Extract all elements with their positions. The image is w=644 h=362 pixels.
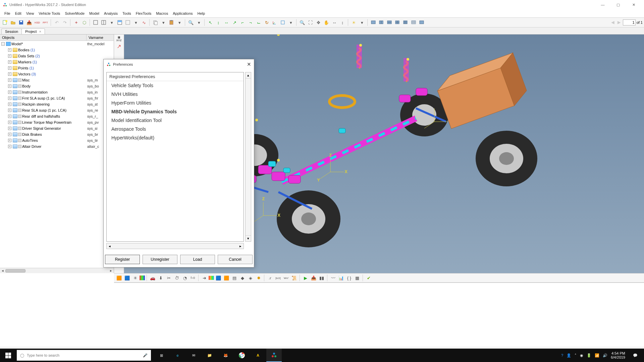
tree-system[interactable]: + Driver Signal Generator sys_si bbox=[0, 125, 114, 131]
volume-icon[interactable]: 🔊 bbox=[603, 353, 607, 358]
minimize-button[interactable]: — bbox=[595, 0, 610, 9]
tree-system[interactable]: + Linear Torque Map Powertrain sys_pv bbox=[0, 119, 114, 125]
menu-vehicle-tools[interactable]: Vehicle Tools bbox=[36, 10, 62, 16]
hscroll-right-icon[interactable]: ▸ bbox=[237, 243, 244, 249]
box-dd-icon[interactable]: ▾ bbox=[287, 19, 294, 26]
tree-collapse-icon[interactable]: − bbox=[1, 42, 5, 46]
tree-expand-icon[interactable]: + bbox=[8, 72, 11, 76]
menu-view[interactable]: View bbox=[24, 10, 37, 16]
tree-hscroll-thumb[interactable] bbox=[5, 269, 25, 273]
corner-2-icon[interactable]: ¬ bbox=[247, 19, 254, 26]
close-button[interactable]: ✕ bbox=[626, 0, 641, 9]
menu-tools[interactable]: Tools bbox=[120, 10, 133, 16]
wifi-icon[interactable]: 📶 bbox=[595, 353, 599, 358]
hyperworks-taskbar-icon[interactable] bbox=[266, 349, 282, 362]
multiwin-7-icon[interactable] bbox=[418, 19, 425, 26]
bm-script-icon[interactable]: 📜 bbox=[290, 274, 298, 282]
visibility-icon[interactable] bbox=[18, 145, 21, 148]
bm-3-icon[interactable]: ✳ bbox=[131, 274, 139, 282]
explorer-icon[interactable]: 📁 bbox=[202, 349, 217, 362]
tab-project[interactable]: Project × bbox=[21, 28, 45, 34]
tree-folder[interactable]: + Vectors (3) bbox=[0, 71, 114, 77]
bm-15-icon[interactable]: ◆ bbox=[239, 274, 246, 282]
menu-macros[interactable]: Macros bbox=[154, 10, 170, 16]
menu-flextools[interactable]: FlexTools bbox=[133, 10, 154, 16]
dialog-hscrollbar[interactable]: ◂ ▸ bbox=[106, 243, 244, 249]
tree-root[interactable]: − Model* the_model bbox=[0, 41, 114, 47]
tray-chevron-icon[interactable]: ˄ bbox=[575, 353, 577, 358]
mic-icon[interactable]: 🎤 bbox=[143, 353, 148, 358]
tree-expand-icon[interactable]: + bbox=[8, 139, 11, 142]
layout-6-icon[interactable]: ▾ bbox=[132, 19, 140, 26]
tree-system[interactable]: + Rear SLA susp (1 pc. LCA) sys_re bbox=[0, 107, 114, 113]
import-icon[interactable]: 📥 bbox=[25, 19, 33, 26]
axis-x-icon[interactable]: ↕ bbox=[215, 19, 222, 26]
dialog-close-icon[interactable]: ✕ bbox=[247, 61, 251, 67]
move-ud-icon[interactable]: ↕ bbox=[339, 19, 346, 26]
location-icon[interactable]: ◉ bbox=[580, 353, 583, 358]
vscroll-up-icon[interactable]: ▴ bbox=[246, 72, 251, 78]
bm-4-icon[interactable] bbox=[140, 276, 145, 280]
bm-graph-icon[interactable]: 📊 bbox=[337, 274, 345, 282]
bm-2-icon[interactable]: 🟦 bbox=[123, 274, 131, 282]
start-button[interactable] bbox=[0, 349, 16, 362]
zoom-icon[interactable]: 🔍 bbox=[187, 19, 195, 26]
tree-expand-icon[interactable]: + bbox=[8, 60, 11, 64]
help-tray-icon[interactable]: ? bbox=[561, 353, 563, 357]
tree-hscroll-right-icon[interactable]: ▸ bbox=[108, 268, 114, 273]
bm-13-icon[interactable]: 🟧 bbox=[223, 274, 230, 282]
tree-expand-icon[interactable]: + bbox=[8, 145, 11, 148]
multiwin-6-icon[interactable] bbox=[410, 19, 417, 26]
visibility-icon[interactable] bbox=[18, 115, 21, 118]
zoom-dd-icon[interactable]: ▾ bbox=[195, 19, 203, 26]
tree-hscroll-left-icon[interactable]: ◂ bbox=[0, 268, 5, 273]
layout-3-icon[interactable]: ▾ bbox=[108, 19, 115, 26]
maximize-button[interactable]: ▢ bbox=[610, 0, 626, 9]
layout-5-icon[interactable] bbox=[124, 19, 131, 26]
export-h3d-icon[interactable]: H3D bbox=[34, 19, 41, 26]
zoom-box-icon[interactable]: 🔍 bbox=[299, 19, 306, 26]
hscroll-left-icon[interactable]: ◂ bbox=[107, 243, 113, 249]
mail-icon[interactable]: ✉ bbox=[186, 349, 201, 362]
light-dd-icon[interactable]: ▾ bbox=[358, 19, 366, 26]
bm-11-icon[interactable] bbox=[209, 276, 214, 280]
clock[interactable]: 4:54 PM 6/4/2019 bbox=[611, 351, 625, 359]
cancel-button[interactable]: Cancel bbox=[218, 255, 253, 264]
tree-system[interactable]: + AutoTires sys_tir bbox=[0, 137, 114, 143]
bm-12-icon[interactable]: 🟦 bbox=[215, 274, 222, 282]
multiwin-5-icon[interactable] bbox=[402, 19, 409, 26]
bm-braces-icon[interactable]: { } bbox=[345, 274, 353, 282]
visibility-icon[interactable] bbox=[18, 103, 21, 106]
pan-icon[interactable]: ✋ bbox=[323, 19, 330, 26]
page-number-input[interactable] bbox=[623, 19, 636, 25]
tree-system[interactable]: + Frnt SLA susp (1 pc. LCA) sys_frr bbox=[0, 95, 114, 101]
tree-expand-icon[interactable]: + bbox=[8, 133, 11, 136]
paste-dd-icon[interactable]: ▾ bbox=[176, 19, 183, 26]
menu-edit[interactable]: Edit bbox=[13, 10, 24, 16]
layout-2-icon[interactable] bbox=[100, 19, 107, 26]
tree-folder[interactable]: + Data Sets (2) bbox=[0, 53, 114, 59]
bm-6-icon[interactable]: ⬇ bbox=[157, 274, 164, 282]
battery-icon[interactable]: 🔋 bbox=[587, 353, 591, 358]
corner-1-icon[interactable]: ⌐ bbox=[239, 19, 246, 26]
tab-project-close-icon[interactable]: × bbox=[39, 29, 41, 34]
menu-solvermode[interactable]: SolverMode bbox=[62, 10, 87, 16]
tree-folder[interactable]: + Markers (1) bbox=[0, 59, 114, 65]
copy-icon[interactable] bbox=[152, 19, 159, 26]
people-icon[interactable]: 👤 bbox=[567, 353, 571, 358]
bm-vbar-icon[interactable]: ▮▮ bbox=[318, 274, 325, 282]
tree-system[interactable]: + Rackpin steering sys_st bbox=[0, 101, 114, 107]
tree-expand-icon[interactable]: + bbox=[8, 103, 11, 106]
tree-expand-icon[interactable]: + bbox=[8, 121, 11, 124]
notifications-icon[interactable]: 💬 bbox=[629, 349, 642, 362]
tree-expand-icon[interactable]: + bbox=[8, 78, 11, 82]
visibility-icon[interactable] bbox=[18, 97, 21, 100]
task-view-icon[interactable]: ⊞ bbox=[154, 349, 169, 362]
bm-7-icon[interactable]: ✂ bbox=[165, 274, 172, 282]
bm-10-icon[interactable]: ➜ bbox=[201, 274, 208, 282]
chrome-icon[interactable] bbox=[234, 349, 250, 362]
axis-marker-icon[interactable] bbox=[271, 19, 278, 26]
tree-system[interactable]: + Misc sys_m bbox=[0, 77, 114, 83]
tab-session[interactable]: Session bbox=[1, 28, 22, 34]
bm-out-icon[interactable]: ▶ bbox=[302, 274, 309, 282]
